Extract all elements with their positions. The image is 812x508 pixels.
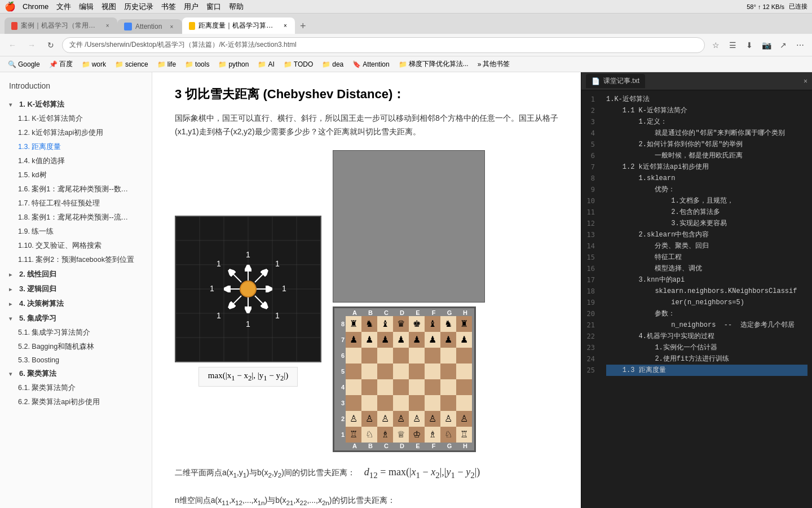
editor-close-button[interactable]: × xyxy=(804,77,807,85)
menu-help[interactable]: 帮助 xyxy=(229,2,244,12)
editor-panel: 📄 课堂记事.txt × 123456789101112131415161718… xyxy=(581,72,812,508)
tab-1[interactable]: 案例｜机器学习（常用科学计算... × xyxy=(5,17,117,34)
line-numbers: 1234567891011121314151617181920212223242… xyxy=(581,90,602,508)
bookmark-science[interactable]: 📁science xyxy=(112,59,152,69)
toc-section-4[interactable]: ▸ 4. 决策树算法 xyxy=(0,296,152,311)
toc-item-1-7[interactable]: 1.7. 特征工程-特征预处理 xyxy=(0,196,152,211)
menu-view[interactable]: 视图 xyxy=(102,2,116,12)
bookmark-tools[interactable]: 📁tools xyxy=(182,59,213,69)
svg-text:1: 1 xyxy=(275,311,280,320)
editor-body: 1234567891011121314151617181920212223242… xyxy=(581,90,812,508)
chessboard: ABCDEFGH8♜♞♝♛♚♝♞♜7♟♟♟♟♟♟♟♟65432♙♙♙♙♙♙♙♙1… xyxy=(333,306,476,452)
toc-item-1-8-label: 1.8. 案例1：鸢尾花种类预测--流程... xyxy=(18,213,131,222)
tab-1-label: 案例｜机器学习（常用科学计算... xyxy=(21,21,99,30)
toc-section-6[interactable]: ▾ 6. 聚类算法 xyxy=(0,366,152,381)
toc-item-1-3[interactable]: 1.3. 距离度量 xyxy=(0,140,152,154)
system-info: 58° ↑ 12 KB/s xyxy=(747,3,784,10)
toc-item-1-9[interactable]: 1.9. 练一练 xyxy=(0,225,152,239)
menubar-right: 58° ↑ 12 KB/s 已连接 xyxy=(747,2,807,11)
editor-file-tab[interactable]: 📄 课堂记事.txt xyxy=(586,74,645,88)
toc-item-6-1-label: 6.1. 聚类算法简介 xyxy=(18,383,76,393)
toc-section-6-label: 6. 聚类算法 xyxy=(19,369,56,379)
toc-item-1-10[interactable]: 1.10. 交叉验证、网格搜索 xyxy=(0,239,152,253)
reload-button[interactable]: ↻ xyxy=(43,37,59,53)
content-title: 3 切比雪夫距离 (Chebyshev Distance)： xyxy=(175,86,558,103)
bookmark-life[interactable]: 📁life xyxy=(154,59,179,69)
tab-2[interactable]: Attention × xyxy=(117,19,182,34)
bookmark-ai[interactable]: 📁AI xyxy=(254,59,277,69)
toc-section-3[interactable]: ▸ 3. 逻辑回归 xyxy=(0,282,152,296)
menu-file[interactable]: 文件 xyxy=(56,2,71,12)
address-bar[interactable]: 文件 /Users/sherwin/Desktop/机器学习（算法篇）/K-近邻… xyxy=(62,37,705,53)
toc-section-2[interactable]: ▸ 2. 线性回归 xyxy=(0,267,152,282)
toc-item-5-1[interactable]: 5.1. 集成学习算法简介 xyxy=(0,326,152,340)
menu-chrome[interactable]: Chrome xyxy=(23,2,48,11)
toc-item-5-2[interactable]: 5.2. Bagging和随机森林 xyxy=(0,340,152,354)
toc-item-1-7-label: 1.7. 特征工程-特征预处理 xyxy=(18,199,100,208)
bookmark-dea[interactable]: 📁dea xyxy=(319,59,347,69)
bookmark-python[interactable]: 📁python xyxy=(215,59,252,69)
download-icon[interactable]: ⬇ xyxy=(742,38,757,52)
toc-section-1[interactable]: ▾ 1. K-近邻算法 xyxy=(0,97,152,112)
url-text: 文件 /Users/sherwin/Desktop/机器学习（算法篇）/K-近邻… xyxy=(69,40,297,50)
screenshot-icon[interactable]: 📷 xyxy=(759,38,774,52)
new-tab-button[interactable]: + xyxy=(295,18,311,34)
toc-item-1-11-label: 1.11. 案例2：预测facebook签到位置 xyxy=(18,255,134,265)
forward-button[interactable]: → xyxy=(24,37,39,53)
arrow-diagram: 1 1 1 1 1 1 1 1 xyxy=(175,216,321,362)
menu-edit[interactable]: 编辑 xyxy=(79,2,94,12)
editor-file-icon: 📄 xyxy=(592,77,600,85)
svg-point-11 xyxy=(240,281,256,297)
svg-text:1: 1 xyxy=(246,319,250,329)
browser-window: 案例｜机器学习（常用科学计算... × Attention × 距离度量｜机器学… xyxy=(0,14,812,508)
bookmark-baidu[interactable]: 📌百度 xyxy=(46,58,76,70)
toc-item-5-3-label: 5.3. Boosting xyxy=(18,356,59,364)
toc-item-1-1-label: 1.1. K-近邻算法简介 xyxy=(18,114,83,124)
editor-text[interactable]: 1.K-近邻算法 1.1 K-近邻算法简介 1.定义： 就是通过你的"邻居"来判… xyxy=(602,90,812,508)
toc-item-1-8[interactable]: 1.8. 案例1：鸢尾花种类预测--流程... xyxy=(0,211,152,225)
toggle-section-5: ▾ xyxy=(9,316,17,322)
toc-item-1-6[interactable]: 1.6. 案例1：鸢尾花种类预测--数据... xyxy=(0,182,152,196)
main-area: Introduction ▾ 1. K-近邻算法 1.1. K-近邻算法简介 1… xyxy=(0,72,812,508)
share-icon[interactable]: ↗ xyxy=(776,38,791,52)
bookmark-work[interactable]: 📁work xyxy=(78,59,109,69)
svg-text:1: 1 xyxy=(217,311,221,320)
toc-item-5-3[interactable]: 5.3. Boosting xyxy=(0,354,152,366)
menu-window[interactable]: 窗口 xyxy=(206,2,221,12)
toc-section-5[interactable]: ▾ 5. 集成学习 xyxy=(0,311,152,326)
toc-item-6-2[interactable]: 6.2. 聚类算法api初步使用 xyxy=(0,395,152,409)
clock: 已连接 xyxy=(789,2,807,11)
sidebar-title: Introduction xyxy=(0,77,152,97)
menu-icon[interactable]: ⋯ xyxy=(793,38,807,52)
bookmark-star-icon[interactable]: ☆ xyxy=(708,38,723,52)
toc-item-1-1[interactable]: 1.1. K-近邻算法简介 xyxy=(0,112,152,126)
toc-item-1-2[interactable]: 1.2. k近邻算法api初步使用 xyxy=(0,126,152,140)
bookmark-gradient[interactable]: 📁梯度下降优化算法... xyxy=(395,58,472,70)
toc-section-1-label: 1. K-近邻算法 xyxy=(19,99,64,110)
toggle-section-6: ▾ xyxy=(9,371,17,377)
apple-menu[interactable]: 🍎 xyxy=(5,1,16,12)
menu-history[interactable]: 历史记录 xyxy=(124,2,153,12)
svg-text:1: 1 xyxy=(210,284,214,293)
tab-3[interactable]: 距离度量｜机器学习算法课程定... × xyxy=(182,17,295,34)
formula2-label: 二维平面两点a(x1,y1)与b(x2,y2)间的切比雪夫距离： d12 = m… xyxy=(175,463,558,483)
toc-item-1-4[interactable]: 1.4. k值的选择 xyxy=(0,154,152,168)
toc-item-1-5[interactable]: 1.5. kd树 xyxy=(0,168,152,182)
tab-2-close[interactable]: × xyxy=(167,23,175,30)
tab-3-label: 距离度量｜机器学习算法课程定... xyxy=(198,21,276,30)
toc-item-1-11[interactable]: 1.11. 案例2：预测facebook签到位置 xyxy=(0,253,152,267)
svg-rect-28 xyxy=(333,150,485,303)
back-button[interactable]: ← xyxy=(5,37,20,53)
reading-list-icon[interactable]: ☰ xyxy=(725,38,740,52)
bookmark-attention[interactable]: 🔖Attention xyxy=(349,59,392,69)
bookmark-more[interactable]: »其他书签 xyxy=(474,58,514,70)
editor-header: 📄 课堂记事.txt × xyxy=(581,72,812,90)
bookmark-google[interactable]: 🔍Google xyxy=(5,59,43,69)
menu-bookmarks[interactable]: 书签 xyxy=(161,2,176,12)
toc-item-6-1[interactable]: 6.1. 聚类算法简介 xyxy=(0,381,152,395)
bookmark-todo[interactable]: 📁TODO xyxy=(280,59,316,69)
svg-text:1: 1 xyxy=(217,259,221,268)
menu-user[interactable]: 用户 xyxy=(184,2,198,12)
tab-1-close[interactable]: × xyxy=(104,22,111,30)
tab-3-close[interactable]: × xyxy=(283,22,289,30)
